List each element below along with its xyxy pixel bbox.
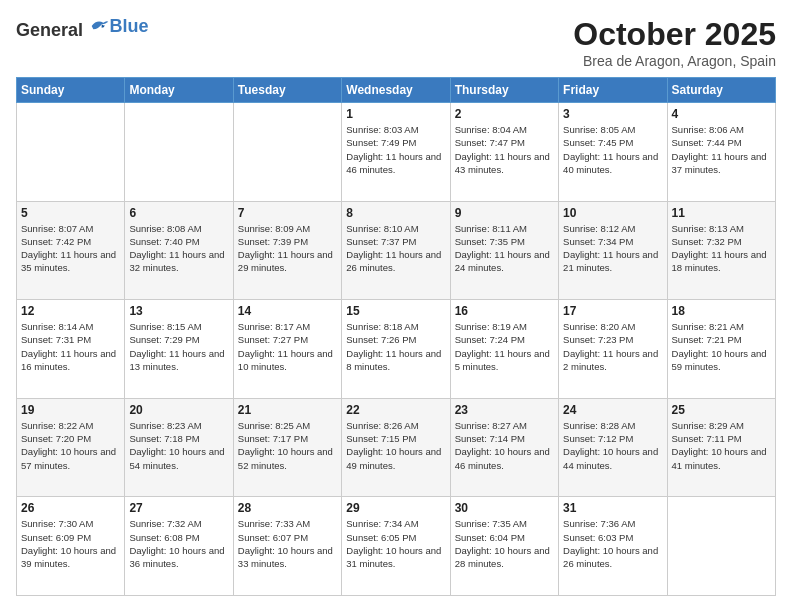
day-number: 25 <box>672 403 771 417</box>
weekday-header-row: SundayMondayTuesdayWednesdayThursdayFrid… <box>17 78 776 103</box>
weekday-header-tuesday: Tuesday <box>233 78 341 103</box>
calendar-cell-2-5: 17Sunrise: 8:20 AM Sunset: 7:23 PM Dayli… <box>559 300 667 399</box>
day-info: Sunrise: 8:28 AM Sunset: 7:12 PM Dayligh… <box>563 419 662 472</box>
day-info: Sunrise: 7:30 AM Sunset: 6:09 PM Dayligh… <box>21 517 120 570</box>
day-info: Sunrise: 8:23 AM Sunset: 7:18 PM Dayligh… <box>129 419 228 472</box>
calendar-cell-1-2: 7Sunrise: 8:09 AM Sunset: 7:39 PM Daylig… <box>233 201 341 300</box>
day-info: Sunrise: 8:09 AM Sunset: 7:39 PM Dayligh… <box>238 222 337 275</box>
week-row-1: 5Sunrise: 8:07 AM Sunset: 7:42 PM Daylig… <box>17 201 776 300</box>
day-info: Sunrise: 8:05 AM Sunset: 7:45 PM Dayligh… <box>563 123 662 176</box>
week-row-4: 26Sunrise: 7:30 AM Sunset: 6:09 PM Dayli… <box>17 497 776 596</box>
calendar-cell-4-1: 27Sunrise: 7:32 AM Sunset: 6:08 PM Dayli… <box>125 497 233 596</box>
location-title: Brea de Aragon, Aragon, Spain <box>573 53 776 69</box>
calendar-cell-4-5: 31Sunrise: 7:36 AM Sunset: 6:03 PM Dayli… <box>559 497 667 596</box>
weekday-header-thursday: Thursday <box>450 78 558 103</box>
day-info: Sunrise: 8:18 AM Sunset: 7:26 PM Dayligh… <box>346 320 445 373</box>
day-number: 1 <box>346 107 445 121</box>
day-number: 8 <box>346 206 445 220</box>
weekday-header-wednesday: Wednesday <box>342 78 450 103</box>
day-info: Sunrise: 8:07 AM Sunset: 7:42 PM Dayligh… <box>21 222 120 275</box>
calendar-table: SundayMondayTuesdayWednesdayThursdayFrid… <box>16 77 776 596</box>
calendar-cell-2-4: 16Sunrise: 8:19 AM Sunset: 7:24 PM Dayli… <box>450 300 558 399</box>
day-number: 16 <box>455 304 554 318</box>
calendar-cell-4-3: 29Sunrise: 7:34 AM Sunset: 6:05 PM Dayli… <box>342 497 450 596</box>
day-number: 31 <box>563 501 662 515</box>
day-info: Sunrise: 7:36 AM Sunset: 6:03 PM Dayligh… <box>563 517 662 570</box>
day-number: 23 <box>455 403 554 417</box>
calendar-cell-2-1: 13Sunrise: 8:15 AM Sunset: 7:29 PM Dayli… <box>125 300 233 399</box>
calendar-cell-0-4: 2Sunrise: 8:04 AM Sunset: 7:47 PM Daylig… <box>450 103 558 202</box>
week-row-2: 12Sunrise: 8:14 AM Sunset: 7:31 PM Dayli… <box>17 300 776 399</box>
day-number: 14 <box>238 304 337 318</box>
day-number: 19 <box>21 403 120 417</box>
day-number: 29 <box>346 501 445 515</box>
week-row-3: 19Sunrise: 8:22 AM Sunset: 7:20 PM Dayli… <box>17 398 776 497</box>
calendar-cell-0-5: 3Sunrise: 8:05 AM Sunset: 7:45 PM Daylig… <box>559 103 667 202</box>
day-number: 26 <box>21 501 120 515</box>
calendar-cell-3-2: 21Sunrise: 8:25 AM Sunset: 7:17 PM Dayli… <box>233 398 341 497</box>
day-info: Sunrise: 8:29 AM Sunset: 7:11 PM Dayligh… <box>672 419 771 472</box>
logo-blue-text: Blue <box>110 16 149 36</box>
calendar-cell-0-3: 1Sunrise: 8:03 AM Sunset: 7:49 PM Daylig… <box>342 103 450 202</box>
calendar-cell-2-2: 14Sunrise: 8:17 AM Sunset: 7:27 PM Dayli… <box>233 300 341 399</box>
day-info: Sunrise: 8:19 AM Sunset: 7:24 PM Dayligh… <box>455 320 554 373</box>
day-number: 21 <box>238 403 337 417</box>
day-number: 13 <box>129 304 228 318</box>
day-info: Sunrise: 8:21 AM Sunset: 7:21 PM Dayligh… <box>672 320 771 373</box>
day-info: Sunrise: 8:17 AM Sunset: 7:27 PM Dayligh… <box>238 320 337 373</box>
day-info: Sunrise: 8:25 AM Sunset: 7:17 PM Dayligh… <box>238 419 337 472</box>
calendar-cell-2-6: 18Sunrise: 8:21 AM Sunset: 7:21 PM Dayli… <box>667 300 775 399</box>
day-info: Sunrise: 8:12 AM Sunset: 7:34 PM Dayligh… <box>563 222 662 275</box>
day-number: 30 <box>455 501 554 515</box>
day-number: 22 <box>346 403 445 417</box>
day-info: Sunrise: 7:32 AM Sunset: 6:08 PM Dayligh… <box>129 517 228 570</box>
calendar-cell-3-1: 20Sunrise: 8:23 AM Sunset: 7:18 PM Dayli… <box>125 398 233 497</box>
day-info: Sunrise: 8:14 AM Sunset: 7:31 PM Dayligh… <box>21 320 120 373</box>
day-info: Sunrise: 8:06 AM Sunset: 7:44 PM Dayligh… <box>672 123 771 176</box>
calendar-cell-3-5: 24Sunrise: 8:28 AM Sunset: 7:12 PM Dayli… <box>559 398 667 497</box>
day-info: Sunrise: 8:04 AM Sunset: 7:47 PM Dayligh… <box>455 123 554 176</box>
day-number: 9 <box>455 206 554 220</box>
page: General Blue October 2025 Brea de Aragon… <box>0 0 792 612</box>
day-info: Sunrise: 8:22 AM Sunset: 7:20 PM Dayligh… <box>21 419 120 472</box>
day-number: 6 <box>129 206 228 220</box>
day-number: 10 <box>563 206 662 220</box>
calendar-cell-0-1 <box>125 103 233 202</box>
calendar-cell-2-0: 12Sunrise: 8:14 AM Sunset: 7:31 PM Dayli… <box>17 300 125 399</box>
calendar-cell-1-3: 8Sunrise: 8:10 AM Sunset: 7:37 PM Daylig… <box>342 201 450 300</box>
day-number: 7 <box>238 206 337 220</box>
calendar-cell-0-0 <box>17 103 125 202</box>
weekday-header-monday: Monday <box>125 78 233 103</box>
day-number: 15 <box>346 304 445 318</box>
day-number: 12 <box>21 304 120 318</box>
calendar-cell-1-4: 9Sunrise: 8:11 AM Sunset: 7:35 PM Daylig… <box>450 201 558 300</box>
weekday-header-saturday: Saturday <box>667 78 775 103</box>
week-row-0: 1Sunrise: 8:03 AM Sunset: 7:49 PM Daylig… <box>17 103 776 202</box>
calendar-cell-1-6: 11Sunrise: 8:13 AM Sunset: 7:32 PM Dayli… <box>667 201 775 300</box>
title-block: October 2025 Brea de Aragon, Aragon, Spa… <box>573 16 776 69</box>
calendar-cell-4-6 <box>667 497 775 596</box>
day-number: 2 <box>455 107 554 121</box>
day-number: 28 <box>238 501 337 515</box>
day-number: 27 <box>129 501 228 515</box>
logo-bird-icon <box>90 16 110 36</box>
day-number: 11 <box>672 206 771 220</box>
calendar-cell-3-0: 19Sunrise: 8:22 AM Sunset: 7:20 PM Dayli… <box>17 398 125 497</box>
day-info: Sunrise: 7:33 AM Sunset: 6:07 PM Dayligh… <box>238 517 337 570</box>
calendar-cell-3-6: 25Sunrise: 8:29 AM Sunset: 7:11 PM Dayli… <box>667 398 775 497</box>
day-info: Sunrise: 8:13 AM Sunset: 7:32 PM Dayligh… <box>672 222 771 275</box>
day-number: 3 <box>563 107 662 121</box>
logo-general-text: General <box>16 20 83 40</box>
day-info: Sunrise: 7:34 AM Sunset: 6:05 PM Dayligh… <box>346 517 445 570</box>
day-number: 24 <box>563 403 662 417</box>
calendar-cell-4-0: 26Sunrise: 7:30 AM Sunset: 6:09 PM Dayli… <box>17 497 125 596</box>
day-info: Sunrise: 8:15 AM Sunset: 7:29 PM Dayligh… <box>129 320 228 373</box>
day-number: 20 <box>129 403 228 417</box>
calendar-body: 1Sunrise: 8:03 AM Sunset: 7:49 PM Daylig… <box>17 103 776 596</box>
calendar-cell-0-6: 4Sunrise: 8:06 AM Sunset: 7:44 PM Daylig… <box>667 103 775 202</box>
header: General Blue October 2025 Brea de Aragon… <box>16 16 776 69</box>
calendar-cell-3-4: 23Sunrise: 8:27 AM Sunset: 7:14 PM Dayli… <box>450 398 558 497</box>
calendar-cell-1-1: 6Sunrise: 8:08 AM Sunset: 7:40 PM Daylig… <box>125 201 233 300</box>
day-info: Sunrise: 8:08 AM Sunset: 7:40 PM Dayligh… <box>129 222 228 275</box>
day-number: 18 <box>672 304 771 318</box>
